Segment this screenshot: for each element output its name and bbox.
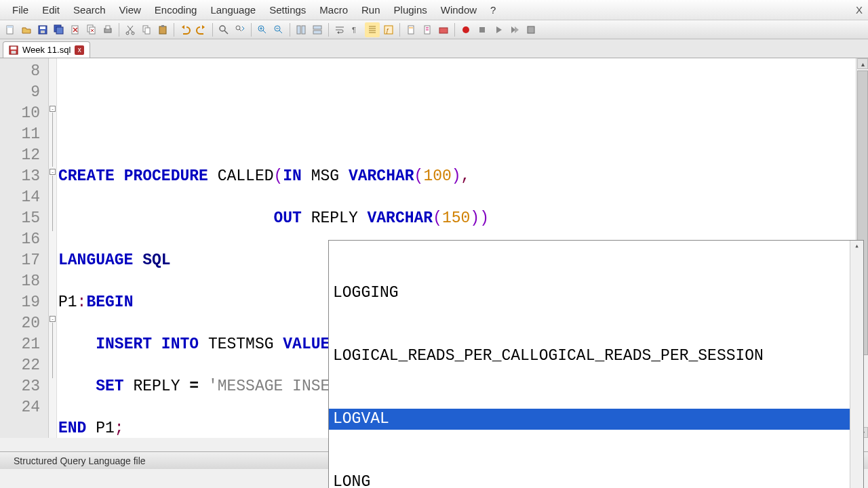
print-icon[interactable] [100, 22, 115, 37]
menu-window[interactable]: Window [434, 1, 484, 18]
menu-bar: File Edit Search View Encoding Language … [0, 0, 868, 20]
sync-v-icon[interactable] [294, 22, 309, 37]
svg-rect-4 [41, 30, 45, 33]
func-list-icon[interactable] [420, 22, 435, 37]
menu-encoding[interactable]: Encoding [148, 1, 204, 18]
redo-icon[interactable] [194, 22, 209, 37]
line-number: 19 [0, 292, 48, 313]
svg-rect-38 [12, 50, 16, 53]
tab-label: Week 11.sql [22, 45, 71, 55]
svg-rect-6 [56, 27, 63, 34]
tab-bar: Week 11.sql x [0, 39, 868, 58]
fold-column: - - - [49, 58, 57, 438]
line-number: 9 [0, 82, 48, 103]
play-multi-icon[interactable] [507, 22, 522, 37]
svg-rect-24 [313, 26, 321, 29]
save-icon[interactable] [35, 22, 50, 37]
folder-icon[interactable] [436, 22, 451, 37]
menu-help[interactable]: ? [484, 1, 502, 18]
menu-plugins[interactable]: Plugins [387, 1, 434, 18]
new-file-icon[interactable] [3, 22, 18, 37]
close-all-icon[interactable] [84, 22, 99, 37]
doc-map-icon[interactable] [403, 22, 418, 37]
menu-language[interactable]: Language [203, 1, 262, 18]
window-close-button[interactable]: X [856, 4, 863, 16]
autocomplete-popup: LOGGING LOGICAL_READS_PER_CALLOGICAL_REA… [328, 240, 864, 488]
file-tab[interactable]: Week 11.sql x [3, 41, 90, 58]
menu-edit[interactable]: Edit [35, 1, 66, 18]
sync-h-icon[interactable] [310, 22, 325, 37]
line-number: 21 [0, 334, 48, 355]
line-number: 8 [0, 61, 48, 82]
line-number: 12 [0, 145, 48, 166]
svg-text:ƒ: ƒ [386, 27, 389, 34]
play-icon[interactable] [491, 22, 506, 37]
toolbar: ¶ ƒ [0, 20, 868, 39]
line-number: 11 [0, 124, 48, 145]
svg-rect-3 [40, 26, 45, 29]
svg-rect-32 [439, 28, 448, 33]
svg-rect-30 [409, 27, 413, 28]
autocomplete-item-selected[interactable]: LOGVAL [329, 409, 850, 430]
lang-icon[interactable]: ƒ [381, 22, 396, 37]
line-number: 15 [0, 208, 48, 229]
line-number: 23 [0, 376, 48, 397]
line-number: 20 [0, 313, 48, 334]
line-number: 13 [0, 166, 48, 187]
show-all-chars-icon[interactable]: ¶ [349, 22, 363, 37]
fold-toggle-icon[interactable]: - [50, 106, 56, 112]
disk-icon [9, 45, 18, 55]
menu-file[interactable]: File [5, 1, 35, 18]
copy-icon[interactable] [139, 22, 154, 37]
fold-toggle-icon[interactable]: - [50, 316, 56, 322]
svg-rect-1 [7, 26, 13, 28]
menu-view[interactable]: View [113, 1, 148, 18]
wordwrap-icon[interactable] [332, 22, 347, 37]
tab-close-button[interactable]: x [75, 45, 84, 55]
zoom-out-icon[interactable] [271, 22, 286, 37]
close-file-icon[interactable] [68, 22, 83, 37]
line-number: 16 [0, 229, 48, 250]
indent-guide-icon[interactable] [365, 22, 380, 37]
svg-point-18 [220, 26, 225, 31]
menu-macro[interactable]: Macro [313, 1, 355, 18]
svg-rect-23 [302, 26, 305, 34]
line-number: 10 [0, 103, 48, 124]
code-area[interactable]: CREATE PROCEDURE CALLED(IN MSG VARCHAR(1… [57, 58, 856, 438]
svg-rect-37 [11, 46, 17, 49]
scroll-up-icon[interactable]: ▴ [854, 241, 859, 251]
line-number: 18 [0, 271, 48, 292]
svg-rect-25 [313, 30, 321, 34]
menu-run[interactable]: Run [355, 1, 387, 18]
replace-icon[interactable] [233, 22, 248, 37]
autocomplete-item[interactable]: LOGICAL_READS_PER_CALLOGICAL_READS_PER_S… [329, 346, 850, 367]
line-number: 14 [0, 187, 48, 208]
svg-rect-11 [106, 26, 110, 29]
svg-rect-17 [161, 25, 164, 27]
line-number: 24 [0, 397, 48, 418]
zoom-in-icon[interactable] [255, 22, 270, 37]
autocomplete-item[interactable]: LONG [329, 472, 850, 488]
record-icon[interactable] [458, 22, 473, 37]
menu-settings[interactable]: Settings [262, 1, 313, 18]
autocomplete-item[interactable]: LOGGING [329, 283, 850, 304]
svg-rect-15 [145, 28, 150, 34]
stop-record-icon[interactable] [475, 22, 490, 37]
menu-search[interactable]: Search [66, 1, 113, 18]
autocomplete-scrollbar[interactable]: ▴ ▾ [850, 241, 863, 488]
svg-text:¶: ¶ [352, 26, 356, 34]
svg-point-33 [462, 26, 469, 33]
fold-toggle-icon[interactable]: - [50, 169, 56, 175]
undo-icon[interactable] [178, 22, 193, 37]
paste-icon[interactable] [155, 22, 170, 37]
open-file-icon[interactable] [19, 22, 34, 37]
svg-rect-16 [159, 26, 166, 34]
editor: 8 9 10 11 12 13 14 15 16 17 18 19 20 21 … [0, 58, 868, 438]
save-macro-icon[interactable] [524, 22, 538, 37]
find-icon[interactable] [216, 22, 231, 37]
cut-icon[interactable] [123, 22, 138, 37]
save-all-icon[interactable] [52, 22, 66, 37]
scroll-up-icon[interactable]: ▴ [857, 58, 868, 69]
line-number: 17 [0, 250, 48, 271]
svg-rect-35 [528, 26, 534, 33]
